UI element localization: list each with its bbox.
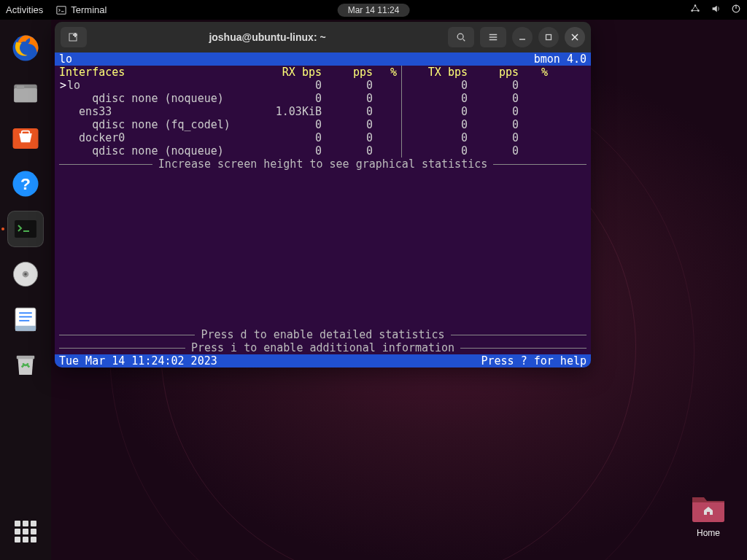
svg-rect-8 — [14, 88, 37, 102]
dock-software[interactable] — [7, 120, 44, 157]
increase-screen-msg: Increase screen height to see graphical … — [55, 158, 591, 171]
top-bar: Activities Terminal Mar 14 11:24 — [0, 0, 747, 20]
status-timestamp: Tue Mar 14 11:24:02 2023 — [59, 354, 481, 368]
column-headers: Interfaces RX bps pps % TX bps pps % — [55, 66, 591, 79]
volume-icon[interactable] — [711, 4, 721, 16]
svg-text:?: ? — [20, 174, 31, 193]
svg-rect-0 — [57, 6, 66, 14]
svg-point-28 — [457, 34, 463, 39]
interface-row: qdisc none (fq_codel)0000 — [55, 118, 591, 131]
interface-row: qdisc none (noqueue)0000 — [55, 92, 591, 105]
status-bar: Tue Mar 14 11:24:02 2023 Press ? for hel… — [55, 354, 591, 368]
status-help: Press ? for help — [481, 354, 587, 368]
svg-rect-9 — [17, 86, 25, 89]
svg-rect-24 — [17, 356, 35, 359]
bmon-header-left: lo — [59, 52, 72, 66]
interface-row: >lo0000 — [55, 79, 591, 92]
new-tab-button[interactable] — [61, 27, 87, 47]
terminal-icon — [56, 5, 66, 15]
dock-firefox[interactable] — [7, 30, 44, 66]
desktop-home-folder[interactable]: Home — [690, 491, 727, 538]
bmon-header: lo bmon 4.0 — [55, 52, 591, 66]
network-icon[interactable] — [690, 4, 700, 16]
power-icon[interactable] — [731, 4, 741, 16]
maximize-button[interactable] — [538, 27, 559, 47]
window-title: joshua@ubuntu-linux: ~ — [87, 31, 448, 43]
dock-help[interactable]: ? — [7, 166, 44, 202]
dock-disks[interactable] — [7, 256, 44, 292]
dock-text-editor[interactable] — [7, 301, 44, 338]
dock-trash[interactable] — [7, 346, 44, 383]
interface-row: docker00000 — [55, 131, 591, 144]
current-app-name: Terminal — [71, 4, 107, 15]
svg-rect-14 — [15, 220, 36, 238]
dock: ? — [0, 20, 51, 560]
terminal-window: joshua@ubuntu-linux: ~ lo bmon 4.0 — [55, 22, 591, 368]
svg-rect-34 — [546, 35, 551, 40]
activities-button[interactable]: Activities — [6, 4, 43, 15]
titlebar[interactable]: joshua@ubuntu-linux: ~ — [55, 22, 591, 52]
minimize-button[interactable] — [512, 27, 533, 47]
desktop-home-label: Home — [697, 528, 720, 538]
dock-files[interactable] — [7, 75, 44, 112]
hint-d: Press d to enable detailed statistics — [55, 328, 591, 341]
interface-row: qdisc none (noqueue)0000 — [55, 144, 591, 158]
current-app-indicator[interactable]: Terminal — [56, 4, 107, 15]
terminal-body[interactable]: lo bmon 4.0 Interfaces RX bps pps % TX b… — [55, 52, 591, 368]
hamburger-menu-button[interactable] — [480, 27, 506, 47]
svg-point-18 — [24, 273, 27, 276]
search-button[interactable] — [448, 27, 474, 47]
close-button[interactable] — [565, 27, 585, 47]
hint-i: Press i to enable additional information — [55, 341, 591, 354]
clock[interactable]: Mar 14 11:24 — [338, 4, 410, 17]
svg-rect-23 — [15, 326, 36, 331]
show-applications-button[interactable] — [7, 513, 44, 550]
bmon-header-right: bmon 4.0 — [534, 52, 587, 66]
dock-terminal[interactable] — [7, 211, 44, 247]
svg-line-29 — [463, 39, 465, 42]
interface-row: ens331.03KiB000 — [55, 105, 591, 118]
apps-grid-icon — [15, 521, 36, 542]
